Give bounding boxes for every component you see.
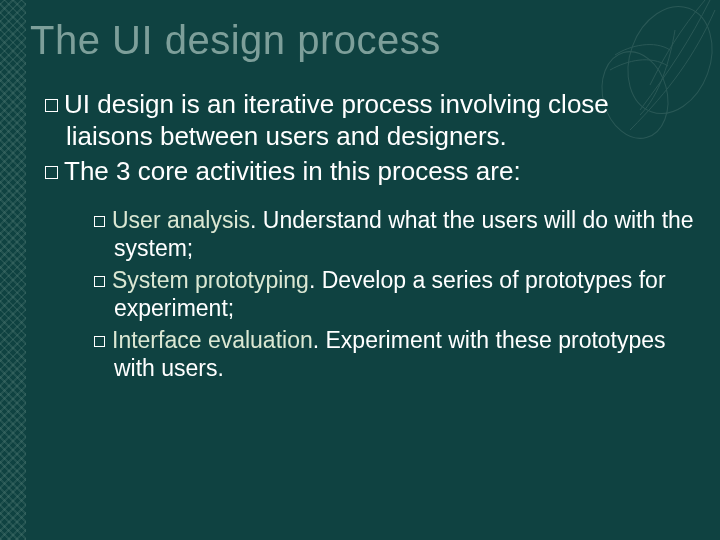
sub-bullet-term: User analysis (112, 207, 250, 233)
slide-title: The UI design process (30, 18, 700, 63)
square-bullet-icon (94, 216, 105, 227)
square-bullet-icon (94, 276, 105, 287)
slide-content: The UI design process UI design is an it… (30, 18, 700, 386)
decorative-left-stripe (0, 0, 26, 540)
bullet-text: UI design is an iterative process involv… (64, 89, 609, 151)
slide: The UI design process UI design is an it… (0, 0, 720, 540)
bullet-level1: The 3 core activities in this process ar… (30, 156, 700, 188)
square-bullet-icon (45, 166, 58, 179)
sub-bullet-term: Interface evaluation (112, 327, 313, 353)
bullet-level1: UI design is an iterative process involv… (30, 89, 700, 152)
bullet-level2: System prototyping. Develop a series of … (94, 266, 700, 322)
bullet-text: The 3 core activities in this process ar… (64, 156, 521, 186)
sub-bullet-group: User analysis. Understand what the users… (30, 206, 700, 382)
square-bullet-icon (94, 336, 105, 347)
bullet-level2: Interface evaluation. Experiment with th… (94, 326, 700, 382)
sub-bullet-term: System prototyping (112, 267, 309, 293)
square-bullet-icon (45, 99, 58, 112)
bullet-level2: User analysis. Understand what the users… (94, 206, 700, 262)
